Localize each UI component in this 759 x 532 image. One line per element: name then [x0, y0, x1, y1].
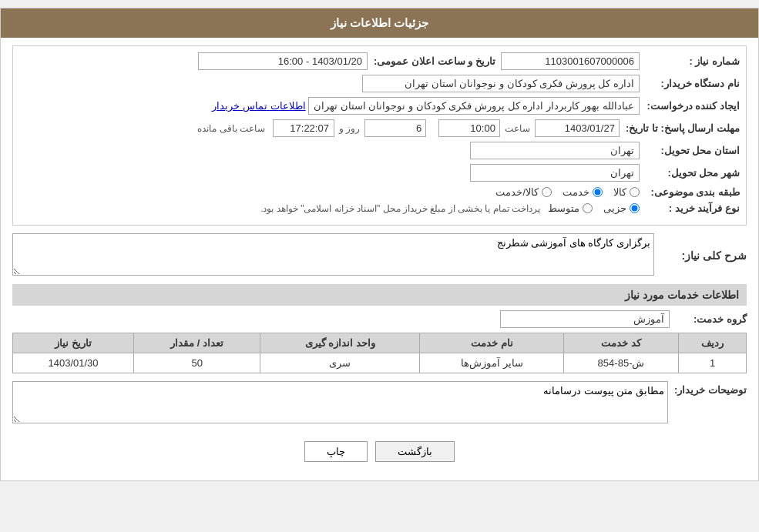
col-quantity: تعداد / مقدار — [134, 333, 260, 353]
creator-value: عبادالله بهور کاربردار اداره کل پرورش فک… — [308, 97, 640, 115]
radio-khadamat-item[interactable]: خدمت — [563, 186, 603, 198]
deadline-label: مهلت ارسال پاسخ: تا تاریخ: — [620, 122, 740, 134]
cell-rownum: 1 — [679, 353, 747, 373]
page-container: جزئیات اطلاعات نیاز شماره نیاز : 1103001… — [0, 8, 759, 481]
services-table-container: ردیف کد خدمت نام خدمت واحد اندازه گیری ت… — [12, 333, 747, 373]
need-number-value: 1103001607000006 — [501, 52, 640, 70]
cell-unit: سری — [260, 353, 420, 373]
col-service-name: نام خدمت — [420, 333, 564, 353]
need-number-label: شماره نیاز : — [640, 55, 740, 67]
content-area: شماره نیاز : 1103001607000006 تاریخ و سا… — [1, 38, 758, 480]
radio-kala-label: کالا — [613, 186, 626, 198]
province-value: تهران — [470, 142, 640, 159]
radio-motavaset-input[interactable] — [583, 203, 593, 213]
radio-kala-input[interactable] — [630, 187, 640, 197]
purchase-type-label: نوع فرآیند خرید : — [640, 202, 740, 214]
cell-date: 1403/01/30 — [13, 353, 134, 373]
row-buyer-notes: توضیحات خریدار: — [12, 381, 747, 426]
radio-kala-khadamat-input[interactable] — [542, 187, 552, 197]
row-city: شهر محل تحویل: تهران — [19, 164, 740, 182]
date-label: تاریخ و ساعت اعلان عمومی: — [368, 55, 495, 67]
services-table: ردیف کد خدمت نام خدمت واحد اندازه گیری ت… — [12, 333, 747, 373]
buyer-name-label: نام دستگاه خریدار: — [640, 78, 740, 89]
buyer-name-value: اداره کل پرورش فکری کودکان و نوجوانان اس… — [362, 75, 640, 92]
radio-motavaset-item[interactable]: متوسط — [548, 202, 593, 214]
city-value: تهران — [470, 164, 640, 182]
col-date: تاریخ نیاز — [13, 333, 134, 353]
col-rownum: ردیف — [679, 333, 747, 353]
col-service-code: کد خدمت — [564, 333, 679, 353]
need-description-textarea[interactable] — [12, 233, 654, 276]
row-province: استان محل تحویل: تهران — [19, 142, 740, 159]
radio-jozi-input[interactable] — [630, 203, 640, 213]
row-creator: ایجاد کننده درخواست: عبادالله بهور کاربر… — [19, 97, 740, 115]
need-description-area — [12, 233, 654, 278]
radio-motavaset-label: متوسط — [548, 202, 579, 214]
button-row: بازگشت چاپ — [12, 433, 747, 473]
buyer-notes-textarea[interactable] — [12, 381, 668, 423]
purchase-type-radio-group: جزیی متوسط — [548, 202, 640, 214]
category-radio-group: کالا خدمت کالا/خدمت — [495, 186, 640, 198]
cell-service-code: ش-85-854 — [564, 353, 679, 373]
deadline-date: 1403/01/27 — [535, 119, 620, 137]
radio-kala-khadamat-label: کالا/خدمت — [495, 186, 539, 198]
radio-kala-khadamat-item[interactable]: کالا/خدمت — [495, 186, 552, 198]
cell-quantity: 50 — [134, 353, 260, 373]
deadline-inline: 1403/01/27 ساعت 10:00 6 روز و 17:22:07 س… — [197, 119, 620, 137]
row-category: طبقه بندی موضوعی: کالا خدمت کالا/خدمت — [19, 186, 740, 198]
deadline-days: 6 — [364, 119, 426, 137]
services-section-title: اطلاعات خدمات مورد نیاز — [12, 284, 747, 306]
date-value: 1403/01/20 - 16:00 — [198, 52, 368, 70]
radio-kala-item[interactable]: کالا — [613, 186, 640, 198]
main-form-section: شماره نیاز : 1103001607000006 تاریخ و سا… — [12, 45, 747, 226]
province-label: استان محل تحویل: — [640, 145, 740, 156]
contact-link[interactable]: اطلاعات تماس خریدار — [212, 100, 305, 112]
category-label: طبقه بندی موضوعی: — [640, 186, 740, 198]
purchase-process-text: پرداخت تمام یا بخشی از مبلغ خریداز محل "… — [19, 203, 540, 214]
need-description-label: شرح کلی نیاز: — [654, 249, 747, 262]
row-buyer-name: نام دستگاه خریدار: اداره کل پرورش فکری ک… — [19, 75, 740, 92]
radio-khadamat-label: خدمت — [563, 186, 589, 198]
table-header-row: ردیف کد خدمت نام خدمت واحد اندازه گیری ت… — [13, 333, 747, 353]
group-label: گروه خدمت: — [670, 313, 747, 325]
row-need-description: شرح کلی نیاز: — [12, 233, 747, 278]
buyer-notes-area — [12, 381, 668, 426]
deadline-day-label: روز و — [339, 123, 360, 134]
group-value: آموزش — [500, 310, 670, 328]
deadline-remaining-time: 17:22:07 — [273, 119, 334, 137]
print-button[interactable]: چاپ — [304, 441, 368, 462]
services-section: اطلاعات خدمات مورد نیاز گروه خدمت: آموزش… — [12, 284, 747, 373]
col-unit: واحد اندازه گیری — [260, 333, 420, 353]
deadline-time-label: ساعت — [505, 123, 530, 134]
radio-jozi-label: جزیی — [603, 202, 626, 214]
table-row: 1 ش-85-854 سایر آموزش‌ها سری 50 1403/01/… — [13, 353, 747, 373]
buyer-notes-label: توضیحات خریدار: — [668, 381, 747, 396]
row-purchase-type: نوع فرآیند خرید : جزیی متوسط پرداخت تمام… — [19, 202, 740, 214]
radio-khadamat-input[interactable] — [593, 187, 603, 197]
page-title: جزئیات اطلاعات نیاز — [331, 16, 428, 29]
creator-label: ایجاد کننده درخواست: — [640, 100, 740, 112]
row-need-number: شماره نیاز : 1103001607000006 تاریخ و سا… — [19, 52, 740, 70]
city-label: شهر محل تحویل: — [640, 167, 740, 179]
page-header: جزئیات اطلاعات نیاز — [1, 8, 758, 38]
radio-jozi-item[interactable]: جزیی — [603, 202, 640, 214]
group-service-row: گروه خدمت: آموزش — [12, 310, 747, 328]
deadline-time: 10:00 — [438, 119, 500, 137]
row-deadline: مهلت ارسال پاسخ: تا تاریخ: 1403/01/27 سا… — [19, 119, 740, 137]
back-button[interactable]: بازگشت — [375, 441, 455, 462]
cell-service-name: سایر آموزش‌ها — [420, 353, 564, 373]
deadline-remaining-label: ساعت باقی مانده — [197, 123, 265, 134]
